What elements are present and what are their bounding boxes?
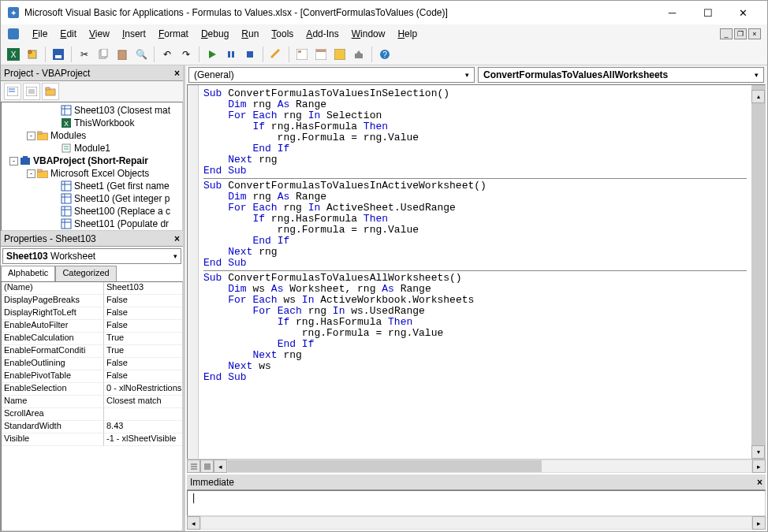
object-browser-icon[interactable] xyxy=(332,47,348,62)
property-value[interactable]: -1 - xlSheetVisible xyxy=(104,433,182,446)
mdi-minimize-button[interactable]: _ xyxy=(720,28,733,39)
close-button[interactable]: ✕ xyxy=(725,2,761,24)
run-icon[interactable] xyxy=(204,47,220,62)
tree-toggle-icon[interactable]: - xyxy=(27,132,35,140)
property-value[interactable]: Sheet103 xyxy=(104,282,182,295)
vertical-scrollbar[interactable]: ▴ ▾ xyxy=(751,85,765,459)
scroll-thumb[interactable] xyxy=(751,103,765,445)
tree-item[interactable]: -VBAProject (Short-Repair xyxy=(3,154,181,167)
scroll-track[interactable] xyxy=(200,516,752,530)
project-tree[interactable]: Sheet103 (Closest matXThisWorkbook-Modul… xyxy=(1,102,183,231)
property-row[interactable]: EnableSelection0 - xlNoRestrictions xyxy=(2,383,182,396)
tree-item[interactable]: Sheet103 (Closest mat xyxy=(3,104,181,117)
redo-icon[interactable]: ↷ xyxy=(178,47,194,62)
cut-icon[interactable]: ✂ xyxy=(76,47,92,62)
scroll-up-icon[interactable]: ▴ xyxy=(751,90,765,103)
tree-item[interactable]: Sheet101 (Populate dr xyxy=(3,218,181,230)
code-editor[interactable]: Sub ConvertFormulasToValuesInSelection()… xyxy=(187,84,766,459)
property-row[interactable]: NameClosest match xyxy=(2,396,182,408)
tree-toggle-icon[interactable]: - xyxy=(9,157,18,166)
menu-help[interactable]: Help xyxy=(391,27,423,41)
toggle-folders-icon[interactable] xyxy=(42,83,59,100)
tree-toggle-icon[interactable]: - xyxy=(27,169,35,178)
minimize-button[interactable]: ─ xyxy=(654,2,690,24)
scroll-track[interactable] xyxy=(227,459,752,473)
immediate-close-icon[interactable]: × xyxy=(757,477,762,488)
menu-debug[interactable]: Debug xyxy=(195,27,235,41)
project-explorer-icon[interactable] xyxy=(294,47,310,62)
tree-item[interactable]: Sheet100 (Replace a c xyxy=(3,205,181,218)
mdi-close-button[interactable]: × xyxy=(748,28,761,39)
property-value[interactable]: 8.43 xyxy=(104,421,182,433)
property-row[interactable]: DisplayRightToLeftFalse xyxy=(2,307,182,320)
menu-add-ins[interactable]: Add-Ins xyxy=(300,27,345,41)
menu-app-icon[interactable] xyxy=(7,28,20,40)
code-text[interactable]: Sub ConvertFormulasToValuesInSelection()… xyxy=(199,85,751,459)
tree-item[interactable]: Sheet1 (Get first name xyxy=(3,180,181,192)
menu-format[interactable]: Format xyxy=(152,27,195,41)
property-value[interactable]: True xyxy=(104,333,182,345)
full-module-view-icon[interactable] xyxy=(200,459,214,473)
scroll-left-icon[interactable]: ◂ xyxy=(187,516,200,530)
copy-icon[interactable] xyxy=(95,47,111,62)
properties-window-icon[interactable] xyxy=(313,47,329,62)
tab-alphabetic[interactable]: Alphabetic xyxy=(1,266,55,281)
property-value[interactable]: False xyxy=(104,358,182,370)
immediate-input[interactable]: | xyxy=(187,490,766,516)
maximize-button[interactable]: ☐ xyxy=(690,2,725,24)
properties-panel-close-icon[interactable]: × xyxy=(174,233,180,244)
reset-icon[interactable] xyxy=(242,47,258,62)
find-icon[interactable]: 🔍 xyxy=(133,47,149,62)
undo-icon[interactable]: ↶ xyxy=(159,47,175,62)
scroll-right-icon[interactable]: ▸ xyxy=(752,516,766,530)
tree-item[interactable]: -Microsoft Excel Objects xyxy=(3,167,181,180)
tree-item[interactable]: XThisWorkbook xyxy=(3,117,181,129)
property-row[interactable]: StandardWidth8.43 xyxy=(2,421,182,433)
tree-item[interactable]: Sheet10 (Get integer p xyxy=(3,192,181,205)
properties-grid[interactable]: (Name)Sheet103DisplayPageBreaksFalseDisp… xyxy=(1,281,183,531)
design-mode-icon[interactable] xyxy=(268,47,284,62)
property-row[interactable]: EnablePivotTableFalse xyxy=(2,370,182,383)
scroll-right-icon[interactable]: ▸ xyxy=(752,459,766,473)
property-row[interactable]: DisplayPageBreaksFalse xyxy=(2,295,182,307)
properties-object-combo[interactable]: Sheet103 Worksheet ▾ xyxy=(2,248,181,264)
toolbox-icon[interactable] xyxy=(351,47,367,62)
procedure-view-icon[interactable] xyxy=(187,459,200,473)
property-value[interactable]: False xyxy=(104,295,182,307)
property-row[interactable]: Visible-1 - xlSheetVisible xyxy=(2,433,182,446)
help-icon[interactable]: ? xyxy=(377,47,393,62)
menu-file[interactable]: File xyxy=(26,27,54,41)
scroll-thumb[interactable] xyxy=(228,460,542,472)
property-row[interactable]: EnableFormatConditiTrue xyxy=(2,345,182,358)
scroll-down-icon[interactable]: ▾ xyxy=(751,445,765,459)
tree-item[interactable]: -Modules xyxy=(3,129,181,142)
property-value[interactable] xyxy=(104,408,182,421)
object-combo[interactable]: (General) ▾ xyxy=(188,67,475,83)
menu-tools[interactable]: Tools xyxy=(265,27,300,41)
mdi-restore-button[interactable]: ❐ xyxy=(734,28,747,39)
property-row[interactable]: EnableAutoFilterFalse xyxy=(2,320,182,333)
project-panel-close-icon[interactable]: × xyxy=(174,68,180,79)
menu-run[interactable]: Run xyxy=(235,27,265,41)
property-value[interactable]: False xyxy=(104,307,182,320)
property-row[interactable]: (Name)Sheet103 xyxy=(2,282,182,295)
excel-icon[interactable]: X xyxy=(6,47,21,62)
property-row[interactable]: ScrollArea xyxy=(2,408,182,421)
scroll-left-icon[interactable]: ◂ xyxy=(214,459,227,473)
procedure-combo[interactable]: ConvertFormulasToValuesAllWorksheets ▾ xyxy=(478,67,764,83)
menu-window[interactable]: Window xyxy=(345,27,392,41)
property-row[interactable]: EnableCalculationTrue xyxy=(2,333,182,345)
insert-module-icon[interactable] xyxy=(24,47,40,62)
property-value[interactable]: Closest match xyxy=(104,396,182,408)
property-value[interactable]: False xyxy=(104,370,182,383)
view-code-icon[interactable] xyxy=(4,83,21,100)
save-icon[interactable] xyxy=(50,47,66,62)
tree-item[interactable]: Module1 xyxy=(3,142,181,154)
property-value[interactable]: True xyxy=(104,345,182,358)
property-row[interactable]: EnableOutliningFalse xyxy=(2,358,182,370)
menu-edit[interactable]: Edit xyxy=(54,27,83,41)
menu-insert[interactable]: Insert xyxy=(116,27,152,41)
menu-view[interactable]: View xyxy=(83,27,116,41)
horizontal-scrollbar[interactable]: ◂ ▸ xyxy=(187,459,766,473)
view-object-icon[interactable] xyxy=(23,83,40,100)
